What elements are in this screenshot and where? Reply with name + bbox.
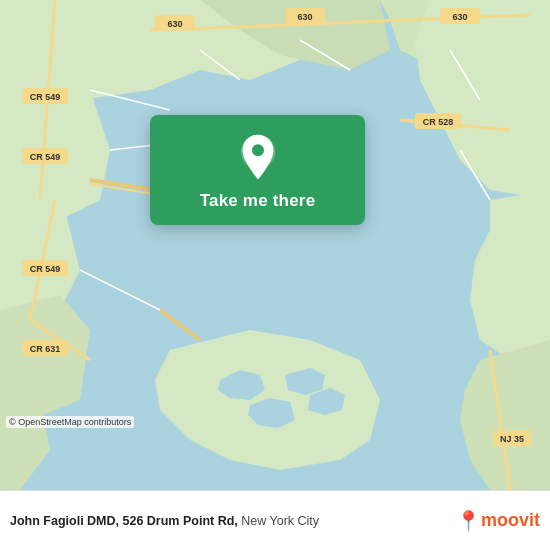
- svg-text:630: 630: [452, 12, 467, 22]
- location-pin-icon: [234, 133, 282, 181]
- svg-text:CR 549: CR 549: [30, 152, 61, 162]
- location-card[interactable]: Take me there: [150, 115, 365, 225]
- moovit-logo: moovit: [481, 510, 540, 531]
- svg-text:CR 528: CR 528: [423, 117, 454, 127]
- svg-text:630: 630: [167, 19, 182, 29]
- svg-text:CR 631: CR 631: [30, 344, 61, 354]
- osm-attribution: © OpenStreetMap contributors: [6, 416, 134, 428]
- svg-text:CR 549: CR 549: [30, 92, 61, 102]
- footer-address: John Fagioli DMD, 526 Drum Point Rd, New…: [10, 514, 456, 528]
- footer-bar: John Fagioli DMD, 526 Drum Point Rd, New…: [0, 490, 550, 550]
- map-container: CR 549 CR 549 CR 549 CR 631 630 630 630 …: [0, 0, 550, 490]
- svg-point-53: [252, 144, 264, 156]
- moovit-pin-icon: 📍: [456, 509, 481, 533]
- svg-text:CR 549: CR 549: [30, 264, 61, 274]
- svg-text:630: 630: [297, 12, 312, 22]
- svg-text:NJ 35: NJ 35: [500, 434, 524, 444]
- take-me-there-button[interactable]: Take me there: [200, 191, 316, 211]
